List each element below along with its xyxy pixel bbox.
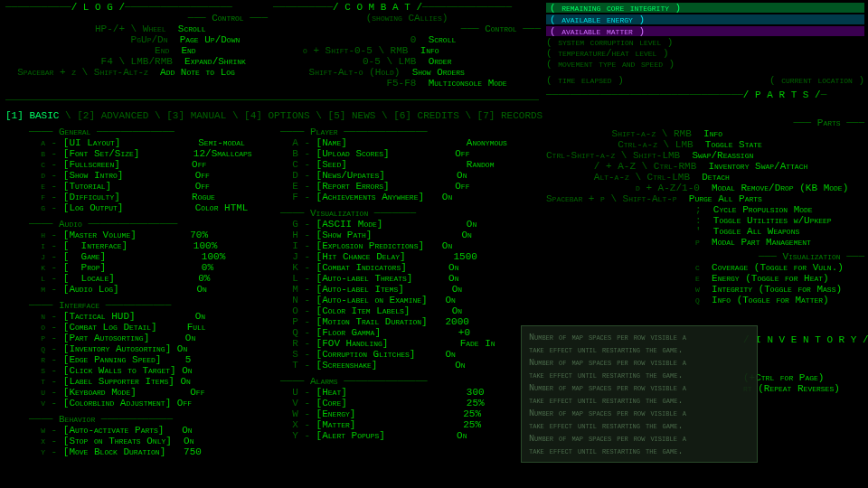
tooltip-box: Number of map spaces per row visible a t… [521, 325, 758, 463]
tab-credits[interactable]: [6] CREDITS [393, 110, 459, 121]
parts-control-row: : Toggle Utilities w/Upkeep [546, 215, 864, 226]
option-row[interactable]: V - [Core] 25% [280, 398, 485, 408]
option-row[interactable]: F - [Achievements Anywhere] On [280, 192, 452, 202]
option-row[interactable]: c - [Fullscreen] Off [29, 159, 206, 170]
combat-title-bar: ──────────/ C O M B A T /─────────────── [273, 2, 541, 13]
option-row[interactable]: p - [Part Autosorting] On [29, 333, 195, 343]
section-header: ──── Visualization ─────── [280, 208, 524, 219]
parts-control-row: d + A-Z/1-0 Modal Remove/Drop (KB Mode) [546, 183, 864, 193]
combat-control-row: 0 Scroll [273, 34, 541, 45]
option-row[interactable]: i - [ Interface] 100% [29, 240, 217, 251]
status-bar: ( remaining core integrity ) [546, 2, 864, 13]
inventory-panel: / I N V E N T O R Y /─ (+Ctrl for Page) … [743, 334, 865, 394]
section-header: ──── Behavior ──────────── [29, 414, 273, 425]
option-row[interactable]: U - [Heat] 300 [280, 387, 485, 398]
option-row[interactable]: t - [Label Supporter Items] On [29, 376, 191, 387]
option-row[interactable]: S - [Corruption Glitches] On [280, 349, 456, 360]
parts-control-row: / + A-Z \ Ctrl-RMB Inventory Swap/Attach [546, 161, 864, 172]
option-row[interactable]: E - [Report Errors] Off [280, 181, 469, 192]
parts-control-row: Shift-a-z \ RMB Info [546, 128, 864, 139]
parts-control-row: Spacebar + p \ Shift-Alt-p Purge All Par… [546, 193, 864, 204]
option-row[interactable]: K - [Combat Indicators] On [280, 262, 458, 273]
divider-horizontal [5, 99, 539, 100]
option-row[interactable]: f - [Difficulty] Rogue [29, 192, 215, 202]
tab-manual[interactable]: [3] MANUAL [166, 110, 226, 121]
combat-control-row: o + Shift-0-5 \ RMB Info [273, 45, 541, 56]
option-row[interactable]: l - [ Locale] 0% [29, 273, 210, 284]
option-row[interactable]: w - [Auto-activate Parts] On [29, 425, 193, 436]
log-control-row: End End [5, 45, 268, 56]
parts-control-row: p Modal Part Management [546, 237, 864, 248]
option-row[interactable]: k - [ Prop] 0% [29, 262, 213, 273]
option-row[interactable]: a - [UI Layout] Semi-modal [29, 137, 245, 148]
log-control-row: F4 \ LMB/RMB Expand/Shrink [5, 56, 268, 67]
tab-advanced[interactable]: [2] ADVANCED [77, 110, 148, 121]
option-row[interactable]: n - [Tactical HUD] On [29, 311, 205, 322]
option-row[interactable]: C - [Seed] Random [280, 159, 494, 170]
option-row[interactable]: d - [Show Intro] Off [29, 170, 210, 181]
option-row[interactable]: N - [Auto-label on Examine] On [280, 295, 456, 305]
log-control-row: Spacebar + z \ Shift-Alt-z Add Note to L… [5, 67, 268, 78]
option-row[interactable]: J - [Hit Chance Delay] 1500 [280, 251, 477, 262]
section-header: ──── Player ────────────── [280, 127, 524, 137]
option-row[interactable]: G - [ASCII Mode] On [280, 219, 476, 230]
option-row[interactable]: h - [Master Volume] 70% [29, 230, 208, 240]
parts-control-row: Ctrl-a-z \ LMB Toggle State [546, 139, 864, 150]
options-column-2: ──── Player ────────────── A - [Name] An… [280, 127, 524, 441]
option-row[interactable]: I - [Explosion Predictions] On [280, 240, 452, 251]
option-row[interactable]: s - [Click Walls to Target] On [29, 365, 193, 376]
option-row[interactable]: D - [News/Updates] On [280, 170, 467, 181]
parts-viz-row: w Integrity (Toggle for Mass) [546, 284, 864, 295]
option-row[interactable]: b - [Font Set/Size] 12/Smallcaps [29, 148, 252, 159]
option-row[interactable]: y - [Move Block Duration] 750 [29, 446, 202, 457]
option-row[interactable]: Q - [Floor Gamma] +0 [280, 327, 470, 338]
option-row[interactable]: A - [Name] Anonymous [280, 137, 507, 148]
parts-panel: ─── Parts ─── Shift-a-z \ RMB Info Ctrl-… [546, 117, 864, 305]
status-line: ( movement type and speed ) [546, 59, 864, 70]
option-row[interactable]: P - [Motion Trail Duration] 2000 [280, 316, 469, 327]
options-column-1: ──── General ───────────── a - [UI Layou… [29, 127, 273, 457]
status-bar: ( available matter ) [546, 25, 864, 36]
option-row[interactable]: j - [ Game] 100% [29, 251, 225, 262]
status-bar: ( available energy ) [546, 14, 864, 24]
parts-viz-row: q Info (Toggle for Matter) [546, 295, 864, 305]
option-row[interactable]: r - [Edge Panning Speed] 5 [29, 354, 191, 365]
tab-basic[interactable]: [1] BASIC [5, 110, 59, 121]
option-row[interactable]: L - [Auto-label Threats] On [280, 273, 458, 284]
tab-bar: [1] BASIC \ [2] ADVANCED \ [3] MANUAL \ … [5, 110, 542, 121]
option-row[interactable]: M - [Auto-label Items] On [280, 284, 462, 295]
status-line: ( system corruption level ) [546, 37, 864, 48]
option-row[interactable]: v - [Colorblind Adjustment] Off [29, 398, 192, 408]
option-row[interactable]: q - [Inventory Autosorting] On [29, 343, 187, 354]
parts-viz-row: e Energy (Toggle for Heat) [546, 273, 864, 284]
tab-news[interactable]: [5] NEWS [328, 110, 376, 121]
log-title-bar: ───────────/ L O G /────────────────── [5, 2, 268, 13]
option-row[interactable]: W - [Energy] 25% [280, 408, 481, 419]
option-row[interactable]: X - [Matter] 25% [280, 419, 481, 430]
option-row[interactable]: T - [Screenshake] On [280, 360, 466, 371]
section-header: ──── Alarms ────────────── [280, 376, 524, 387]
option-row[interactable]: O - [Color Item Labels] On [280, 305, 462, 316]
option-row[interactable]: R - [FOV Handling] Fade In [280, 338, 495, 349]
parts-control-row: Alt-a-z \ Ctrl-LMB Detach [546, 172, 864, 183]
option-row[interactable]: x - [Stop on Threats Only] On [29, 436, 193, 446]
option-row[interactable]: B - [Upload Scores] Off [280, 148, 469, 159]
option-row[interactable]: o - [Combat Log Detail] Full [29, 322, 206, 333]
option-row[interactable]: H - [Show Path] On [280, 230, 472, 240]
section-header: ──── General ───────────── [29, 127, 273, 137]
section-header: ──── Audio ─────────────── [29, 219, 273, 230]
option-row[interactable]: g - [Log Output] Color HTML [29, 202, 248, 213]
parts-control-row: Ctrl-Shift-a-z \ Shift-LMB Swap/Reassign [546, 150, 864, 161]
option-row[interactable]: Y - [Alert Popups] On [280, 430, 467, 441]
combat-control-row: Shift-Alt-o (Hold) Show Orders [273, 67, 541, 78]
tab-records[interactable]: [7] RECORDS [477, 110, 543, 121]
section-header: ──── Interface ─────────── [29, 300, 273, 311]
option-row[interactable]: u - [Keyboard Mode] Off [29, 387, 204, 398]
combat-control-row: F5-F8 Multiconsole Mode [273, 78, 541, 89]
log-control-row: PgUp/Dn Page Up/Down [5, 34, 268, 45]
option-row[interactable]: m - [Audio Log] On [29, 284, 207, 295]
tab-options[interactable]: [4] OPTIONS [244, 110, 310, 121]
option-row[interactable]: e - [Tutorial] Off [29, 181, 210, 192]
combat-panel: ──────────/ C O M B A T /───────────────… [273, 2, 541, 89]
parts-control-row: ; Cycle Propulsion Mode [546, 204, 864, 215]
